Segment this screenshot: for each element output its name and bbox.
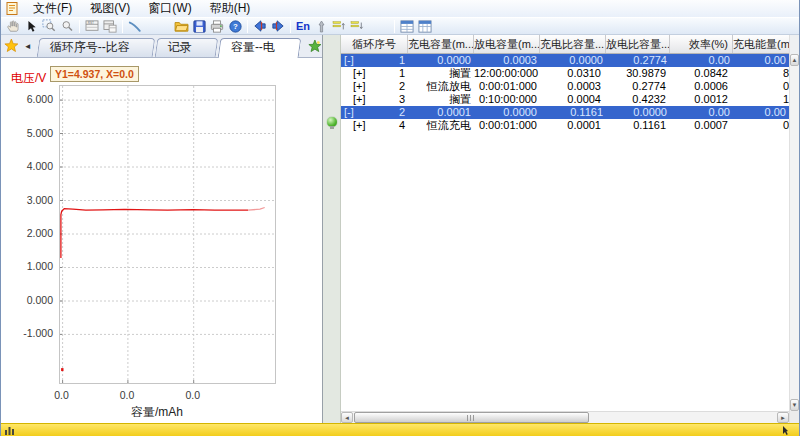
scroll-up-button[interactable]: ▲ (790, 54, 799, 66)
scroll-right-button[interactable]: ► (777, 412, 789, 423)
table-cell: 0.0842 (669, 67, 731, 80)
data-grid-icon[interactable]: RST (83, 18, 101, 34)
menu-file[interactable]: 文件(F) (24, 0, 81, 18)
table-cell (341, 93, 353, 106)
x-tick-label: 0.0 (48, 389, 76, 401)
marker-desc-icon[interactable] (348, 18, 366, 34)
pan-hand-icon[interactable] (4, 18, 22, 34)
table-header-cell[interactable]: 放电比容量... (606, 35, 670, 53)
toolbar-separator (122, 20, 123, 33)
table-cell: 84 (731, 67, 789, 80)
expand-marker[interactable]: [+] (353, 119, 379, 132)
table-cell: 0.0310 (540, 67, 604, 80)
pin-icon[interactable] (312, 18, 330, 34)
collapse-marker[interactable]: [-] (341, 106, 365, 119)
table-cell: 0:10:00:000 (474, 93, 540, 106)
table-cell: 0:00:01:000 (474, 80, 540, 93)
scroll-left-button[interactable]: ◄ (341, 412, 353, 423)
cycle-summary-row[interactable]: [-]20.00010.00000.11610.00000.000.00 (341, 106, 789, 119)
english-toggle-icon[interactable]: En (294, 18, 312, 34)
y-tick-label: 4.000 (11, 160, 53, 172)
cycle-summary-row[interactable]: [-]10.00000.00030.00000.27740.000.00 (341, 54, 789, 67)
table-cell: 0.1161 (540, 106, 606, 119)
tab-cycle-capacity[interactable]: 循环序号--比容量 (36, 38, 155, 57)
table-cell: 0.00 (733, 106, 789, 119)
table-cell (341, 67, 353, 80)
table-cell: 0 (731, 119, 789, 132)
zoom-icon[interactable] (58, 18, 76, 34)
table-cell: 0.0004 (540, 93, 604, 106)
expand-marker[interactable]: [+] (353, 67, 379, 80)
tab-scroll-left-icon[interactable]: ◄ (24, 42, 32, 51)
print-icon[interactable] (208, 18, 226, 34)
table-cell (341, 80, 353, 93)
marker-asc-icon[interactable] (330, 18, 348, 34)
expand-marker[interactable]: [+] (353, 93, 379, 106)
plot-region[interactable] (59, 85, 276, 384)
select-cursor-icon[interactable] (22, 18, 40, 34)
menu-bar: 文件(F) 视图(V) 窗口(W) 帮助(H) (1, 0, 799, 17)
step-detail-row[interactable]: [+]1搁置12:00:00:0000.031030.98790.084284 (341, 67, 789, 80)
expand-marker[interactable]: [+] (353, 80, 379, 93)
menu-help[interactable]: 帮助(H) (201, 0, 260, 18)
table-cell: 0.1161 (604, 119, 669, 132)
table-cell: 0.0012 (669, 93, 731, 106)
tab-capacity-voltage[interactable]: 容量--电压 (218, 38, 302, 58)
table-cell: 0.0000 (540, 54, 606, 67)
table-cell: 0.00 (670, 106, 733, 119)
menu-view[interactable]: 视图(V) (81, 0, 139, 18)
back-arrow-icon[interactable] (251, 18, 269, 34)
cursor-readout-tooltip: Y1=4.937, X=0.0 (50, 66, 139, 82)
tab-record-layer[interactable]: 记录层 (155, 38, 219, 57)
table-cell: 0.0000 (474, 106, 540, 119)
favorite-star-icon[interactable] (4, 38, 19, 53)
curve-line-icon[interactable] (126, 18, 144, 34)
table-cell: 恒流放电 (408, 80, 474, 93)
horizontal-scrollbar[interactable]: ◄ ► (341, 411, 789, 423)
table-cell: 搁置 (408, 93, 474, 106)
zoom-select-icon[interactable] (40, 18, 58, 34)
vertical-scroll-track[interactable] (790, 66, 799, 399)
table-cell: 0.0006 (669, 80, 731, 93)
help-icon[interactable]: ? (226, 18, 244, 34)
collapse-marker[interactable]: [-] (341, 54, 365, 67)
menu-window[interactable]: 窗口(W) (139, 0, 200, 18)
step-detail-row[interactable]: [+]4恒流充电0:00:01:0000.00010.11610.00070 (341, 119, 789, 132)
data-grid-copy-icon[interactable] (101, 18, 119, 34)
table-header-cell[interactable]: 循环序号 (341, 35, 408, 53)
main-content: ◄ 循环序号--比容量 记录层 容量--电压 电压/V Y1=4.937, X=… (1, 35, 799, 423)
y-tick-label: 1.000 (11, 260, 53, 272)
voltage-capacity-chart[interactable]: 电压/V Y1=4.937, X=0.0 6.0005.0004.0003.00… (1, 58, 322, 423)
save-icon[interactable] (190, 18, 208, 34)
y-tick-label: -1.000 (11, 327, 53, 339)
running-step-bulb-icon (327, 117, 337, 127)
table-cell: 0.0001 (408, 106, 474, 119)
table-cell: 3 (379, 93, 408, 106)
open-folder-icon[interactable] (172, 18, 190, 34)
table-header-cell[interactable]: 充电容量(m... (408, 35, 474, 53)
plot-canvas (60, 86, 275, 383)
step-detail-row[interactable]: [+]3搁置0:10:00:0000.00040.42320.00121 (341, 93, 789, 106)
table-view-alt-icon[interactable] (416, 18, 434, 34)
forward-arrow-icon[interactable] (269, 18, 287, 34)
table-cell: 0:00:01:000 (474, 119, 540, 132)
table-view-icon[interactable] (398, 18, 416, 34)
table-cell: 0.4232 (604, 93, 669, 106)
table-header-cell[interactable]: 充电能量(m... (733, 35, 789, 53)
table-header-cell[interactable]: 效率(%) (670, 35, 733, 53)
toolbar-separator (79, 20, 80, 33)
table-cell: 0.0003 (540, 80, 604, 93)
scroll-down-button[interactable]: ▼ (790, 399, 799, 411)
table-cell: 0.0000 (606, 106, 670, 119)
scrollbar-corner (790, 411, 799, 423)
table-header-cell[interactable]: 充电比容量... (540, 35, 606, 53)
vertical-scrollbar[interactable]: ▲ ▼ (789, 35, 799, 423)
table-cell: 0.00 (733, 54, 789, 67)
horizontal-scroll-track[interactable] (353, 412, 777, 423)
table-header-cell[interactable]: 放电容量(m... (474, 35, 540, 53)
horizontal-scroll-thumb[interactable] (354, 412, 589, 423)
table-cell (341, 119, 353, 132)
step-detail-row[interactable]: [+]2恒流放电0:00:01:0000.00030.27740.00060 (341, 80, 789, 93)
add-view-star-icon[interactable] (308, 39, 322, 53)
table-cell: 0.0003 (474, 54, 540, 67)
